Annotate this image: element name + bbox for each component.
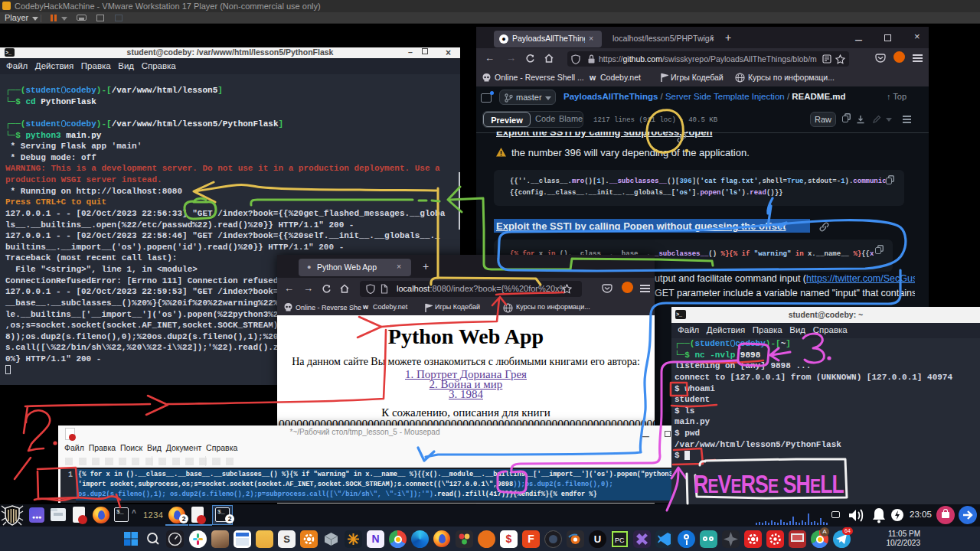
svg-text:PC: PC (615, 536, 625, 544)
